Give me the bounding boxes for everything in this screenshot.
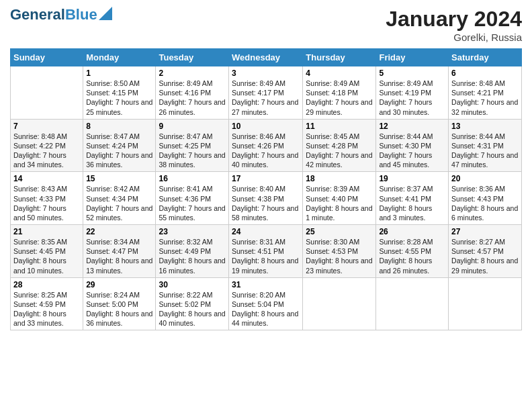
- calendar-cell: 24Sunrise: 8:31 AMSunset: 4:51 PMDayligh…: [229, 225, 303, 278]
- date-number: 12: [379, 122, 445, 131]
- calendar-cell: 1Sunrise: 8:50 AMSunset: 4:15 PMDaylight…: [83, 66, 156, 120]
- calendar-cell: [303, 277, 376, 330]
- date-number: 26: [379, 227, 445, 236]
- calendar-cell: 6Sunrise: 8:48 AMSunset: 4:21 PMDaylight…: [449, 66, 522, 120]
- cell-info: Sunrise: 8:35 AMSunset: 4:45 PMDaylight:…: [13, 238, 67, 275]
- calendar-cell: 13Sunrise: 8:44 AMSunset: 4:31 PMDayligh…: [449, 119, 522, 172]
- header-wednesday: Wednesday: [229, 49, 303, 66]
- date-number: 2: [159, 68, 226, 78]
- cell-info: Sunrise: 8:37 AMSunset: 4:41 PMDaylight:…: [379, 185, 433, 222]
- calendar-cell: 20Sunrise: 8:36 AMSunset: 4:43 PMDayligh…: [449, 172, 522, 225]
- cell-info: Sunrise: 8:46 AMSunset: 4:26 PMDaylight:…: [232, 132, 298, 169]
- date-number: 24: [232, 227, 300, 236]
- page-header: GeneralBlue January 2024 Gorelki, Russia: [10, 7, 522, 43]
- date-number: 29: [86, 280, 152, 289]
- calendar-cell: 29Sunrise: 8:24 AMSunset: 5:00 PMDayligh…: [83, 277, 156, 330]
- cell-info: Sunrise: 8:49 AMSunset: 4:19 PMDaylight:…: [379, 79, 433, 116]
- calendar-table: Sunday Monday Tuesday Wednesday Thursday…: [10, 48, 522, 330]
- date-number: 28: [13, 280, 80, 289]
- cell-info: Sunrise: 8:27 AMSunset: 4:57 PMDaylight:…: [451, 238, 518, 275]
- date-number: 11: [306, 122, 373, 131]
- calendar-cell: 23Sunrise: 8:32 AMSunset: 4:49 PMDayligh…: [156, 225, 229, 278]
- header-sunday: Sunday: [11, 49, 83, 66]
- calendar-cell: 14Sunrise: 8:43 AMSunset: 4:33 PMDayligh…: [11, 172, 83, 225]
- cell-info: Sunrise: 8:32 AMSunset: 4:49 PMDaylight:…: [159, 238, 225, 275]
- calendar-cell: 22Sunrise: 8:34 AMSunset: 4:47 PMDayligh…: [83, 225, 156, 278]
- date-number: 19: [379, 174, 445, 183]
- cell-info: Sunrise: 8:45 AMSunset: 4:28 PMDaylight:…: [306, 132, 372, 169]
- date-number: 8: [86, 122, 152, 131]
- calendar-cell: [11, 66, 83, 120]
- date-number: 13: [451, 122, 519, 131]
- calendar-cell: [449, 277, 522, 330]
- cell-info: Sunrise: 8:34 AMSunset: 4:47 PMDaylight:…: [86, 238, 152, 275]
- header-thursday: Thursday: [303, 49, 376, 66]
- page-container: GeneralBlue January 2024 Gorelki, Russia…: [0, 0, 532, 337]
- cell-info: Sunrise: 8:50 AMSunset: 4:15 PMDaylight:…: [86, 79, 152, 116]
- cell-info: Sunrise: 8:44 AMSunset: 4:30 PMDaylight:…: [379, 132, 433, 169]
- cell-info: Sunrise: 8:49 AMSunset: 4:17 PMDaylight:…: [232, 79, 298, 116]
- calendar-week-1: 7Sunrise: 8:48 AMSunset: 4:22 PMDaylight…: [11, 119, 522, 172]
- calendar-cell: 3Sunrise: 8:49 AMSunset: 4:17 PMDaylight…: [229, 66, 303, 120]
- calendar-cell: 26Sunrise: 8:28 AMSunset: 4:55 PMDayligh…: [376, 225, 449, 278]
- calendar-cell: 17Sunrise: 8:40 AMSunset: 4:38 PMDayligh…: [229, 172, 303, 225]
- logo: GeneralBlue: [10, 7, 112, 23]
- calendar-cell: 12Sunrise: 8:44 AMSunset: 4:30 PMDayligh…: [376, 119, 449, 172]
- date-number: 20: [451, 174, 519, 183]
- cell-info: Sunrise: 8:44 AMSunset: 4:31 PMDaylight:…: [451, 132, 518, 169]
- cell-info: Sunrise: 8:49 AMSunset: 4:18 PMDaylight:…: [306, 79, 372, 116]
- calendar-cell: 30Sunrise: 8:22 AMSunset: 5:02 PMDayligh…: [156, 277, 229, 330]
- calendar-cell: 21Sunrise: 8:35 AMSunset: 4:45 PMDayligh…: [11, 225, 83, 278]
- title-block: January 2024 Gorelki, Russia: [386, 7, 522, 43]
- cell-info: Sunrise: 8:47 AMSunset: 4:25 PMDaylight:…: [159, 132, 225, 169]
- header-monday: Monday: [83, 49, 156, 66]
- calendar-cell: 2Sunrise: 8:49 AMSunset: 4:16 PMDaylight…: [156, 66, 229, 120]
- header-saturday: Saturday: [449, 49, 522, 66]
- date-number: 21: [13, 227, 80, 236]
- date-number: 31: [232, 280, 300, 289]
- cell-info: Sunrise: 8:47 AMSunset: 4:24 PMDaylight:…: [86, 132, 152, 169]
- calendar-cell: 18Sunrise: 8:39 AMSunset: 4:40 PMDayligh…: [303, 172, 376, 225]
- cell-info: Sunrise: 8:48 AMSunset: 4:21 PMDaylight:…: [451, 79, 518, 116]
- cell-info: Sunrise: 8:42 AMSunset: 4:34 PMDaylight:…: [86, 185, 152, 222]
- calendar-cell: 9Sunrise: 8:47 AMSunset: 4:25 PMDaylight…: [156, 119, 229, 172]
- calendar-cell: [376, 277, 449, 330]
- header-friday: Friday: [376, 49, 449, 66]
- date-number: 10: [232, 122, 300, 131]
- date-number: 5: [379, 68, 445, 78]
- cell-info: Sunrise: 8:36 AMSunset: 4:43 PMDaylight:…: [451, 185, 518, 222]
- calendar-cell: 27Sunrise: 8:27 AMSunset: 4:57 PMDayligh…: [449, 225, 522, 278]
- date-number: 1: [86, 68, 152, 78]
- cell-info: Sunrise: 8:30 AMSunset: 4:53 PMDaylight:…: [306, 238, 372, 275]
- cell-info: Sunrise: 8:28 AMSunset: 4:55 PMDaylight:…: [379, 238, 433, 275]
- cell-info: Sunrise: 8:31 AMSunset: 4:51 PMDaylight:…: [232, 238, 298, 275]
- cell-info: Sunrise: 8:49 AMSunset: 4:16 PMDaylight:…: [159, 79, 225, 116]
- date-number: 16: [159, 174, 226, 183]
- date-number: 9: [159, 122, 226, 131]
- date-number: 25: [306, 227, 373, 236]
- cell-info: Sunrise: 8:20 AMSunset: 5:04 PMDaylight:…: [232, 291, 298, 328]
- calendar-cell: 8Sunrise: 8:47 AMSunset: 4:24 PMDaylight…: [83, 119, 156, 172]
- date-number: 6: [451, 68, 519, 78]
- calendar-cell: 25Sunrise: 8:30 AMSunset: 4:53 PMDayligh…: [303, 225, 376, 278]
- calendar-cell: 11Sunrise: 8:45 AMSunset: 4:28 PMDayligh…: [303, 119, 376, 172]
- date-number: 27: [451, 227, 519, 236]
- cell-info: Sunrise: 8:25 AMSunset: 4:59 PMDaylight:…: [13, 291, 67, 328]
- logo-text: GeneralBlue: [10, 7, 97, 22]
- cell-info: Sunrise: 8:40 AMSunset: 4:38 PMDaylight:…: [232, 185, 298, 222]
- calendar-week-2: 14Sunrise: 8:43 AMSunset: 4:33 PMDayligh…: [11, 172, 522, 225]
- header-tuesday: Tuesday: [156, 49, 229, 66]
- date-number: 7: [13, 122, 80, 131]
- date-number: 30: [159, 280, 226, 289]
- date-number: 18: [306, 174, 373, 183]
- date-number: 22: [86, 227, 152, 236]
- calendar-cell: 4Sunrise: 8:49 AMSunset: 4:18 PMDaylight…: [303, 66, 376, 120]
- cell-info: Sunrise: 8:43 AMSunset: 4:33 PMDaylight:…: [13, 185, 67, 222]
- calendar-cell: 16Sunrise: 8:41 AMSunset: 4:36 PMDayligh…: [156, 172, 229, 225]
- calendar-cell: 28Sunrise: 8:25 AMSunset: 4:59 PMDayligh…: [11, 277, 83, 330]
- date-number: 4: [306, 68, 373, 78]
- calendar-week-3: 21Sunrise: 8:35 AMSunset: 4:45 PMDayligh…: [11, 225, 522, 278]
- cell-info: Sunrise: 8:22 AMSunset: 5:02 PMDaylight:…: [159, 291, 225, 328]
- calendar-title: January 2024: [386, 7, 522, 32]
- cell-info: Sunrise: 8:39 AMSunset: 4:40 PMDaylight:…: [306, 185, 372, 222]
